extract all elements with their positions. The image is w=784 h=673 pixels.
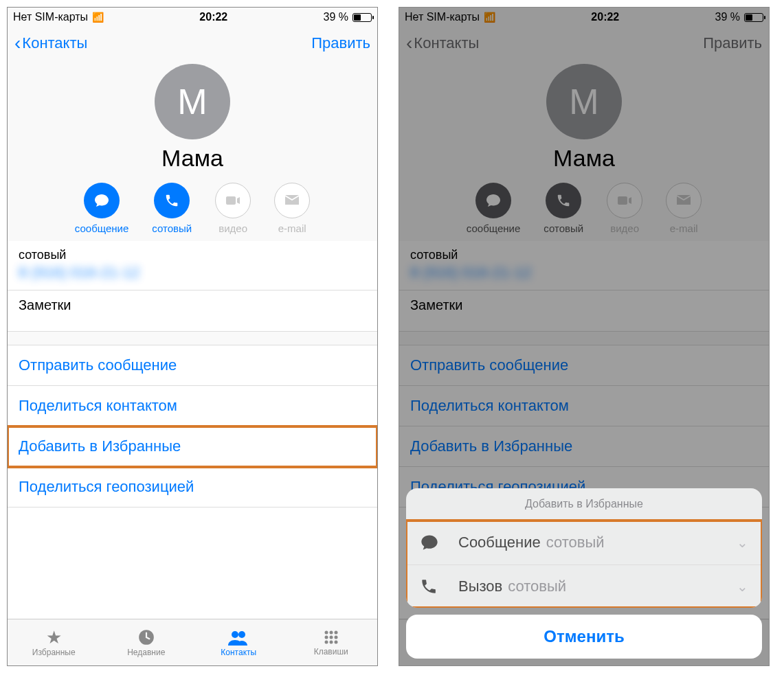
carrier-text: Нет SIM-карты — [13, 11, 88, 23]
phone-left: Нет SIM-карты 20:22 39 % ‹ Контакты Прав… — [7, 7, 378, 666]
svg-point-2 — [238, 631, 245, 638]
phone-right: Нет SIM-карты 20:22 39 % ‹ Контакты Прав… — [399, 7, 770, 666]
tab-recents[interactable]: Недавние — [100, 619, 193, 665]
svg-point-5 — [334, 630, 337, 634]
svg-point-6 — [324, 635, 328, 639]
clock-icon — [137, 628, 155, 646]
back-label: Контакты — [22, 34, 87, 52]
svg-point-10 — [329, 640, 333, 643]
phone-value: 8 (916) 016-21-12 — [19, 264, 366, 282]
call-label: сотовый — [152, 223, 192, 234]
video-label: видео — [219, 223, 247, 234]
battery-pct: 39 % — [324, 11, 348, 23]
share-location-row[interactable]: Поделиться геопозицией — [8, 467, 377, 507]
sheet-row-call-text: Вызовсотовый — [458, 578, 720, 595]
avatar: М — [155, 64, 230, 139]
notes-label: Заметки — [19, 297, 71, 312]
chevron-down-icon: ⌄ — [737, 578, 748, 595]
tabbar: ★ Избранные Недавние Контакты Клавиши — [8, 619, 377, 665]
svg-point-9 — [324, 640, 328, 643]
message-icon — [420, 533, 442, 552]
tab-keypad[interactable]: Клавиши — [285, 619, 378, 665]
action-sheet: Добавить в Избранные Сообщениесотовый ⌄ — [406, 488, 762, 659]
tab-contacts-label: Контакты — [221, 648, 256, 657]
sheet-row-call-label: Вызов — [458, 578, 502, 595]
sheet-row-message-text: Сообщениесотовый — [458, 534, 720, 551]
add-favorite-row[interactable]: Добавить в Избранные — [8, 426, 377, 467]
avatar-initial: М — [177, 81, 207, 122]
tab-favorites[interactable]: ★ Избранные — [8, 619, 100, 665]
message-icon — [84, 183, 120, 218]
wifi-icon — [92, 11, 104, 23]
video-icon — [215, 183, 251, 218]
notes-field[interactable]: Заметки — [8, 290, 377, 332]
sheet-row-call-sub: сотовый — [508, 578, 566, 595]
chevron-down-icon: ⌄ — [737, 534, 748, 551]
edit-button[interactable]: Править — [311, 34, 370, 52]
sheet-row-message-sub: сотовый — [546, 534, 605, 551]
sheet-title: Добавить в Избранные — [406, 488, 762, 521]
chevron-left-icon: ‹ — [14, 34, 21, 53]
navbar: ‹ Контакты Править — [8, 27, 377, 60]
sheet-row-message[interactable]: Сообщениесотовый ⌄ — [406, 521, 762, 565]
svg-point-8 — [334, 635, 337, 639]
star-icon: ★ — [46, 628, 62, 646]
email-icon — [274, 183, 310, 218]
contacts-icon — [228, 628, 249, 646]
sheet-body: Добавить в Избранные Сообщениесотовый ⌄ — [406, 488, 762, 608]
video-button[interactable]: видео — [215, 183, 251, 234]
details: сотовый 8 (916) 016-21-12 Заметки Отправ… — [8, 241, 377, 619]
svg-point-7 — [329, 635, 333, 639]
message-label: сообщение — [75, 223, 128, 234]
battery-icon — [352, 13, 372, 22]
phone-label: сотовый — [19, 248, 366, 262]
tab-keypad-label: Клавиши — [314, 647, 348, 657]
tab-favorites-label: Избранные — [32, 648, 76, 657]
phone-field[interactable]: сотовый 8 (916) 016-21-12 — [8, 241, 377, 290]
phone-icon — [420, 578, 442, 595]
keypad-icon — [323, 629, 339, 646]
send-message-row[interactable]: Отправить сообщение — [8, 345, 377, 386]
phone-icon — [154, 183, 190, 218]
back-button[interactable]: ‹ Контакты — [14, 34, 87, 53]
call-button[interactable]: сотовый — [152, 183, 192, 234]
email-button[interactable]: e-mail — [274, 183, 310, 234]
svg-point-4 — [329, 630, 333, 634]
status-bar: Нет SIM-карты 20:22 39 % — [8, 8, 377, 27]
svg-point-11 — [334, 640, 337, 643]
sheet-row-message-label: Сообщение — [458, 534, 541, 551]
spacer — [8, 332, 377, 345]
sheet-row-call[interactable]: Вызовсотовый ⌄ — [406, 565, 762, 608]
tab-recents-label: Недавние — [127, 648, 165, 657]
share-contact-row[interactable]: Поделиться контактом — [8, 386, 377, 426]
contact-header: М Мама сообщение сотовый видео — [8, 60, 377, 241]
message-button[interactable]: сообщение — [75, 183, 128, 234]
clock: 20:22 — [199, 11, 227, 23]
sheet-cancel-button[interactable]: Отменить — [406, 615, 762, 659]
email-label: e-mail — [278, 223, 306, 234]
contact-name: Мама — [161, 145, 223, 172]
svg-point-1 — [232, 631, 238, 638]
svg-point-3 — [324, 630, 328, 634]
tab-contacts[interactable]: Контакты — [192, 619, 285, 665]
